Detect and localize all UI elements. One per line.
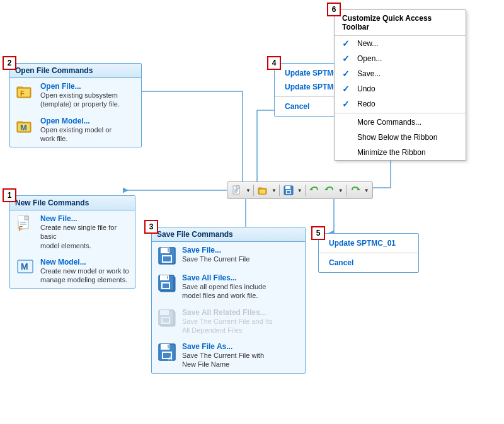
save-as-item[interactable]: A Save File As... Save The Current File … <box>152 338 305 373</box>
svg-rect-47 <box>163 256 171 261</box>
qat-divider <box>335 113 466 113</box>
open-dropdown[interactable]: ▼ <box>271 186 277 195</box>
open-model-item[interactable]: M Open Model... Open existing model orwo… <box>10 113 141 147</box>
qat-new[interactable]: ✓ New... <box>335 36 466 51</box>
svg-rect-54 <box>167 276 168 279</box>
save-as-title[interactable]: Save File As... <box>182 342 264 351</box>
open-file-icon: F <box>15 82 35 102</box>
svg-text:F: F <box>19 226 23 232</box>
qat-new-label: New... <box>357 39 378 48</box>
separator-2 <box>279 185 280 196</box>
svg-rect-24 <box>287 191 290 193</box>
qat-new-check: ✓ <box>342 38 352 49</box>
save-as-text: Save File As... Save The Current File wi… <box>182 342 264 369</box>
new-file-panel: 1 New File Commands F New File... Create… <box>9 195 135 289</box>
new-file-item[interactable]: F New File... Create new single file for… <box>10 210 135 254</box>
save-file-text: Save File... Save The Current File <box>182 246 249 263</box>
new-file-icon: F <box>15 214 35 234</box>
svg-rect-22 <box>285 186 290 189</box>
panel-2-number: 2 <box>3 56 16 70</box>
new-file-desc: Create new single file for basicmodel el… <box>40 223 130 250</box>
separator-3 <box>305 185 306 196</box>
update-panel-5: 5 Update SPTMC_01 Cancel <box>318 233 419 273</box>
svg-rect-20 <box>259 189 266 194</box>
save-related-text: Save All Related Files... Save The Curre… <box>182 308 272 335</box>
save-file-title[interactable]: Save File... <box>182 246 249 255</box>
new-model-desc: Create new model or work tomanage modeli… <box>40 266 129 285</box>
qat-open[interactable]: ✓ Open... <box>335 51 466 66</box>
qat-minimize-label: Minimize the Ribbon <box>357 148 426 157</box>
save-file-panel-header: Save File Commands <box>152 227 305 242</box>
new-model-item[interactable]: M New Model... Create new model or work … <box>10 254 135 289</box>
save-all-item[interactable]: Save All Files... Save all opend files i… <box>152 270 305 304</box>
cancel-5[interactable]: Cancel <box>319 256 418 270</box>
save-dropdown[interactable]: ▼ <box>297 186 303 195</box>
new-model-icon: M <box>15 258 35 278</box>
qat-redo[interactable]: ✓ Redo <box>335 96 466 112</box>
qat-undo[interactable]: ✓ Undo <box>335 81 466 96</box>
new-button[interactable] <box>230 183 244 197</box>
qat-open-check: ✓ <box>342 54 352 64</box>
save-all-icon <box>157 273 177 294</box>
redo-button[interactable] <box>348 183 362 197</box>
svg-marker-14 <box>236 186 239 188</box>
open-file-desc: Open existing subsystem(template) or pro… <box>40 91 120 109</box>
save-as-icon: A <box>157 342 177 362</box>
undo-button[interactable] <box>307 183 321 197</box>
open-file-panel: 2 Open File Commands F Open File... Open… <box>9 63 142 147</box>
save-button[interactable] <box>282 183 295 197</box>
qat-redo-label: Redo <box>357 100 375 108</box>
panel-5-number: 5 <box>311 226 325 240</box>
qat-save[interactable]: ✓ Save... <box>335 66 466 81</box>
svg-rect-64 <box>168 345 169 348</box>
save-file-panel: 3 Save File Commands Save File... Save T… <box>151 227 306 374</box>
quick-access-toolbar[interactable]: ▼ ▼ ▼ ▼ <box>227 181 373 199</box>
qat-undo-label: Undo <box>357 84 375 93</box>
svg-marker-30 <box>25 216 28 220</box>
svg-text:F: F <box>20 89 25 97</box>
save-all-text: Save All Files... Save all opend files i… <box>182 273 266 301</box>
save-file-item[interactable]: Save File... Save The Current File <box>152 242 305 270</box>
undo-btn2[interactable] <box>323 183 336 197</box>
panel-6-number: 6 <box>327 3 341 16</box>
svg-rect-59 <box>163 318 169 323</box>
qat-more-commands[interactable]: ✓ More Commands... <box>335 115 466 130</box>
open-model-icon: M <box>15 117 35 137</box>
svg-rect-29 <box>18 216 25 221</box>
open-model-desc: Open existing model orwork file. <box>40 125 112 144</box>
separator-1 <box>253 185 254 196</box>
open-file-item[interactable]: F Open File... Open existing subsystem(t… <box>10 78 141 113</box>
qat-minimize[interactable]: ✓ Minimize the Ribbon <box>335 145 466 160</box>
qat-redo-check: ✓ <box>342 99 352 109</box>
svg-text:A: A <box>168 355 173 362</box>
save-related-title: Save All Related Files... <box>182 308 272 317</box>
open-file-text: Open File... Open existing subsystem(tem… <box>40 82 120 109</box>
svg-text:M: M <box>20 123 27 132</box>
qat-title: Customize Quick Access Toolbar <box>335 10 466 36</box>
undo-dropdown[interactable]: ▼ <box>338 186 344 195</box>
qat-more-label: More Commands... <box>357 118 421 127</box>
svg-rect-57 <box>160 310 169 315</box>
save-all-title[interactable]: Save All Files... <box>182 273 266 282</box>
open-file-panel-header: Open File Commands <box>10 64 141 78</box>
separator-4 <box>346 185 346 196</box>
redo-dropdown[interactable]: ▼ <box>364 186 370 195</box>
open-file-title[interactable]: Open File... <box>40 82 120 91</box>
panel-4-number: 4 <box>267 56 281 70</box>
qat-undo-check: ✓ <box>342 84 352 94</box>
menu-divider-5 <box>319 253 418 253</box>
save-file-icon <box>157 246 177 266</box>
new-model-text: New Model... Create new model or work to… <box>40 258 129 285</box>
new-file-title[interactable]: New File... <box>40 214 130 223</box>
qat-show-below[interactable]: ✓ Show Below the Ribbon <box>335 130 466 145</box>
update-sptmc-5[interactable]: Update SPTMC_01 <box>319 236 418 250</box>
open-model-title[interactable]: Open Model... <box>40 117 112 125</box>
new-dropdown[interactable]: ▼ <box>245 186 251 195</box>
qat-save-check: ✓ <box>342 69 352 79</box>
open-button[interactable] <box>256 183 270 197</box>
save-as-desc: Save The Current File withNew File Name <box>182 351 264 369</box>
svg-rect-48 <box>168 248 169 252</box>
save-related-item: Save All Related Files... Save The Curre… <box>152 304 305 339</box>
svg-rect-53 <box>163 284 169 288</box>
new-model-title[interactable]: New Model... <box>40 258 129 266</box>
